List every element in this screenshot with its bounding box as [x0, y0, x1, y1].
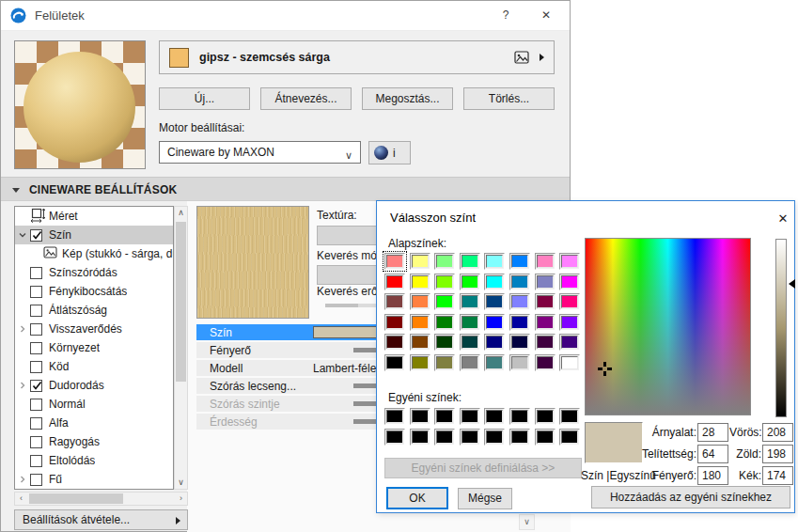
red-input[interactable]: 208 [762, 423, 793, 442]
color-swatch[interactable] [509, 253, 530, 270]
color-swatch[interactable] [410, 314, 430, 331]
color-swatch[interactable] [484, 314, 505, 331]
color-swatch[interactable] [410, 354, 430, 371]
color-swatch[interactable] [535, 253, 555, 270]
tree-item[interactable]: Eltolódás [15, 451, 173, 470]
picture-icon[interactable] [514, 51, 529, 67]
color-swatch[interactable] [434, 429, 455, 446]
color-swatch[interactable] [509, 408, 530, 425]
share-button[interactable]: Megosztás... [362, 87, 453, 110]
color-swatch[interactable] [535, 408, 555, 425]
scroll-right-icon[interactable]: › [175, 493, 187, 505]
cineware-info-button[interactable]: i [368, 141, 411, 164]
color-swatch[interactable] [484, 334, 505, 351]
checkbox[interactable] [30, 342, 42, 354]
scroll-left-icon[interactable]: ‹ [15, 493, 27, 505]
color-swatch[interactable] [484, 354, 505, 371]
color-swatch[interactable] [460, 334, 480, 351]
tree-item[interactable]: Normál [15, 395, 173, 414]
color-swatch[interactable] [559, 253, 580, 270]
tree-item[interactable]: Köd [15, 357, 173, 376]
color-swatch[interactable] [460, 253, 480, 270]
color-swatch[interactable] [434, 408, 455, 425]
color-swatch[interactable] [559, 274, 580, 290]
color-swatch[interactable] [384, 408, 405, 425]
green-input[interactable]: 198 [762, 445, 793, 463]
tree-item[interactable]: Színszóródás [15, 263, 173, 282]
tree-hscroll-thumb[interactable] [29, 493, 123, 504]
tree-vertical-scrollbar[interactable]: ∧ ∨ [174, 206, 188, 490]
tree-item[interactable]: Alfa [15, 414, 173, 432]
checkbox[interactable] [30, 305, 42, 317]
texture-dropdown[interactable] [317, 226, 381, 245]
tree-item[interactable]: Környezet [15, 338, 173, 357]
scroll-down-icon[interactable]: ∨ [175, 477, 187, 489]
color-swatch[interactable] [484, 253, 505, 270]
engine-select[interactable]: Cineware by MAXON ∨ [159, 141, 361, 164]
color-swatch[interactable] [460, 274, 480, 290]
color-swatch[interactable] [535, 314, 555, 331]
collapse-triangle-icon[interactable] [12, 188, 20, 193]
color-swatch[interactable] [384, 314, 405, 331]
luminance-arrow-icon[interactable] [789, 279, 795, 289]
color-swatch[interactable] [460, 293, 480, 310]
color-swatch[interactable] [559, 293, 580, 310]
color-swatch[interactable] [559, 334, 580, 351]
define-custom-colors-button[interactable]: Egyéni színek definiálása >> [384, 458, 582, 478]
color-swatch[interactable] [559, 314, 580, 331]
checkbox[interactable] [30, 286, 42, 298]
color-swatch[interactable] [559, 429, 580, 446]
color-swatch[interactable] [384, 354, 405, 371]
color-swatch[interactable] [559, 408, 580, 425]
chevron-down-icon[interactable] [15, 230, 30, 240]
hue-input[interactable]: 28 [697, 423, 728, 442]
color-swatch[interactable] [434, 274, 455, 290]
color-swatch[interactable] [535, 293, 555, 310]
delete-button[interactable]: Törlés... [463, 87, 555, 110]
color-swatch[interactable] [410, 253, 430, 270]
color-swatch[interactable] [509, 334, 530, 351]
hue-saturation-field[interactable] [585, 238, 751, 415]
color-swatch[interactable] [410, 334, 430, 351]
chevron-right-icon[interactable] [15, 475, 30, 484]
cancel-button[interactable]: Mégse [458, 488, 512, 509]
new-button[interactable]: Új... [159, 87, 250, 110]
color-swatch[interactable] [484, 429, 505, 446]
tree-item[interactable]: Méret [15, 207, 173, 226]
settings-tree[interactable]: MéretSzínKép (stukkó - sárga, duSzínszór… [14, 206, 174, 490]
color-swatch[interactable] [384, 334, 405, 351]
blend-strength-slider[interactable] [325, 304, 380, 307]
dialog-close-button[interactable]: ✕ [773, 209, 793, 229]
chevron-right-icon[interactable] [15, 381, 30, 390]
color-swatch[interactable] [410, 429, 430, 446]
color-swatch[interactable] [509, 354, 530, 371]
tree-vscroll-thumb[interactable] [176, 222, 186, 382]
color-swatch[interactable] [384, 253, 405, 270]
checkbox[interactable] [30, 361, 42, 373]
checkbox[interactable] [30, 436, 42, 448]
color-swatch[interactable] [410, 408, 430, 425]
checkbox[interactable] [30, 267, 42, 279]
saturation-input[interactable]: 64 [697, 445, 728, 463]
color-swatch[interactable] [410, 293, 430, 310]
color-swatch[interactable] [484, 293, 505, 310]
tree-item[interactable]: Átlátszóság [15, 301, 173, 320]
material-name-field[interactable]: gipsz - szemcsés sárga [159, 40, 555, 74]
checkbox[interactable] [30, 399, 42, 411]
color-swatch[interactable] [535, 429, 555, 446]
chevron-right-icon[interactable] [15, 324, 30, 334]
color-swatch[interactable] [384, 274, 405, 290]
checkbox[interactable] [30, 474, 42, 486]
checkbox-checked[interactable] [30, 229, 42, 242]
checkbox-checked[interactable] [30, 380, 42, 392]
color-swatch[interactable] [460, 408, 480, 425]
close-button[interactable]: ✕ [530, 1, 562, 30]
color-swatch[interactable] [384, 429, 405, 446]
color-swatch[interactable] [384, 293, 405, 310]
color-swatch[interactable] [460, 429, 480, 446]
color-swatch[interactable] [509, 429, 530, 446]
help-button[interactable]: ? [490, 1, 522, 30]
texture-preview[interactable] [196, 206, 309, 319]
color-swatch[interactable] [434, 354, 455, 371]
luminance-bar[interactable] [775, 239, 787, 417]
